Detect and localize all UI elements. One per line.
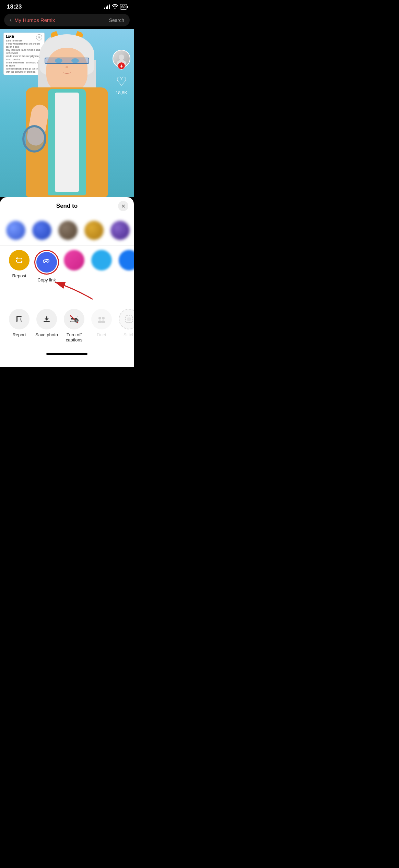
arrow-annotation <box>10 286 134 306</box>
actions-row-2: Report Save photo <box>0 306 134 348</box>
search-query[interactable]: My Humps Remix <box>14 17 106 23</box>
sheet-title: Send to <box>56 203 78 209</box>
like-count: 18,8K <box>116 90 127 95</box>
duet-icon-circle <box>91 309 112 329</box>
share-app-1-icon <box>64 250 84 270</box>
friends-row[interactable] <box>0 215 134 245</box>
report-action[interactable]: Report <box>5 309 33 343</box>
friend-item[interactable] <box>5 221 26 240</box>
stitch-label: Stitch <box>124 332 134 338</box>
duet-action: Duet <box>88 309 115 343</box>
status-icons: 60 <box>104 4 127 10</box>
svg-rect-18 <box>127 317 131 321</box>
stitch-icon-circle <box>119 309 134 329</box>
back-icon[interactable]: ‹ <box>10 16 12 24</box>
creator-avatar-container[interactable]: + <box>113 50 130 68</box>
video-background: LIFE ☣ Early in the day it was whispered… <box>0 29 134 197</box>
follow-plus-icon[interactable]: + <box>118 62 125 70</box>
friend-avatar-1 <box>6 221 25 240</box>
share-app-1-action[interactable] <box>60 250 88 283</box>
save-photo-icon-circle <box>36 309 57 329</box>
battery-icon: 60 <box>120 4 127 10</box>
friend-item[interactable] <box>32 221 52 240</box>
bottom-sheet: Send to ✕ <box>0 197 134 367</box>
sheet-close-button[interactable]: ✕ <box>118 201 128 211</box>
like-button-area[interactable]: ♡ 18,8K <box>114 74 129 95</box>
repost-label: Repost <box>12 273 26 279</box>
sheet-header: Send to ✕ <box>0 197 134 215</box>
report-icon-circle <box>9 309 30 329</box>
actions-row-1: Repost Copy link <box>0 246 134 286</box>
repost-action[interactable]: Repost <box>5 250 33 283</box>
share-app-2-icon <box>91 250 112 270</box>
copy-link-icon-circle <box>36 252 57 273</box>
friend-item[interactable] <box>84 221 104 240</box>
repost-icon-circle <box>9 250 30 270</box>
copy-link-action[interactable]: Copy link <box>33 250 60 283</box>
save-photo-label: Save photo <box>35 332 58 338</box>
friend-avatar-3 <box>58 221 78 240</box>
turn-off-captions-icon-circle: ✕ <box>64 309 84 329</box>
friend-item[interactable] <box>110 221 130 240</box>
svg-rect-3 <box>16 316 17 322</box>
share-app-3-action[interactable] <box>115 250 134 283</box>
svg-point-0 <box>119 55 124 60</box>
turn-off-captions-action[interactable]: ✕ Turn off captions <box>60 309 88 343</box>
home-bar <box>46 353 87 355</box>
status-time: 18:23 <box>7 3 22 10</box>
right-action-icons: + ♡ 18,8K <box>113 50 130 95</box>
search-bar[interactable]: ‹ My Humps Remix Search <box>4 14 130 26</box>
status-bar: 18:23 60 <box>0 0 134 12</box>
copy-link-highlight-ring <box>34 250 59 275</box>
save-photo-action[interactable]: Save photo <box>33 309 60 343</box>
stitch-action: Stitch <box>115 309 134 343</box>
friend-avatar-5 <box>110 221 130 240</box>
turn-off-captions-label: Turn off captions <box>66 332 82 343</box>
heart-icon: ♡ <box>114 74 129 89</box>
friend-avatar-4 <box>84 221 104 240</box>
video-area: LIFE ☣ Early in the day it was whispered… <box>0 29 134 197</box>
share-app-3-icon <box>119 250 134 270</box>
svg-text:✕: ✕ <box>75 320 78 323</box>
duet-label: Duet <box>97 332 106 338</box>
signal-icon <box>104 4 110 9</box>
wifi-icon <box>112 4 118 10</box>
svg-point-13 <box>98 317 101 320</box>
svg-point-16 <box>101 321 105 323</box>
friend-item[interactable] <box>58 221 78 240</box>
copy-link-label: Copy link <box>37 277 56 283</box>
search-button[interactable]: Search <box>109 17 124 23</box>
share-app-2-action[interactable] <box>88 250 115 283</box>
svg-rect-4 <box>44 321 50 322</box>
report-label: Report <box>12 332 26 338</box>
svg-point-14 <box>102 317 105 320</box>
home-indicator <box>0 348 134 360</box>
friend-avatar-2 <box>32 221 51 240</box>
